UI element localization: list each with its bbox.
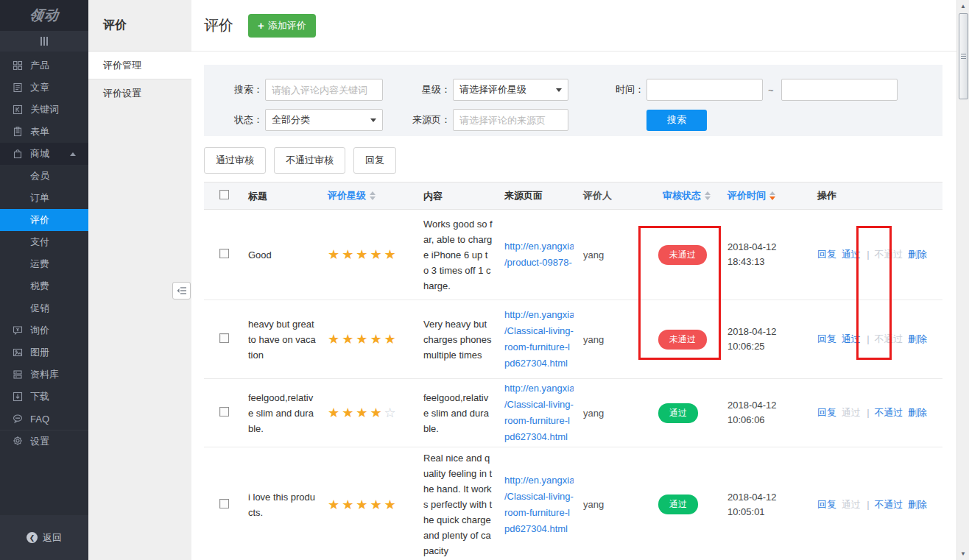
delete-link[interactable]: 删除: [908, 407, 927, 418]
sidebar-item-keywords[interactable]: 关键词: [0, 99, 88, 121]
vertical-scrollbar[interactable]: ▲ ▼: [956, 0, 969, 560]
sidebar-item-inquiry[interactable]: 询价: [0, 319, 88, 341]
fail-link: 不通过: [874, 249, 903, 260]
sort-carets-icon: [769, 191, 775, 200]
sidebar-back-button[interactable]: ❮ 返回: [0, 515, 88, 560]
reply-link[interactable]: 回复: [817, 333, 836, 344]
fail-link[interactable]: 不通过: [874, 499, 903, 510]
search-button[interactable]: 搜索: [646, 110, 707, 131]
review-date: 2018-04-12: [727, 240, 809, 255]
row-checkbox[interactable]: [219, 333, 229, 343]
scrollbar-thumb[interactable]: [959, 13, 968, 99]
sort-carets-icon: [705, 191, 711, 200]
table-body: Good ★★★★★ Works good so far, able to ch…: [204, 210, 942, 560]
sidebar-item-reviews[interactable]: 评价: [0, 209, 88, 231]
time-to-input[interactable]: [781, 79, 898, 101]
reply-selected-button[interactable]: 回复: [353, 147, 396, 174]
select-all-checkbox[interactable]: [219, 190, 229, 199]
grid-icon: [13, 60, 24, 71]
filter-panel: 搜索： 星级： 请选择评价星级 时间： ~ 状态： 全部分类 来源页：: [204, 65, 942, 136]
chevron-down-icon: [556, 88, 562, 92]
review-time: 10:06:06: [727, 413, 809, 428]
sidebar-item-download[interactable]: 下载: [0, 386, 88, 408]
sidebar-item-members[interactable]: 会员: [0, 165, 88, 187]
row-checkbox[interactable]: [219, 249, 229, 258]
sidebar-item-label: 表单: [30, 125, 49, 138]
status-badge: 通过: [658, 403, 698, 423]
source-page-input[interactable]: [453, 109, 568, 131]
scrollbar-up-arrow[interactable]: ▲: [957, 0, 969, 13]
scrollbar-grip-icon: [961, 54, 966, 60]
album-icon: [13, 347, 24, 358]
fail-link[interactable]: 不通过: [874, 407, 903, 418]
star-level-select[interactable]: 请选择评价星级: [453, 79, 568, 101]
delete-link[interactable]: 删除: [908, 249, 927, 260]
sidebar-item-mall[interactable]: 商城: [0, 143, 88, 165]
keyword-icon: [13, 104, 24, 116]
reply-link[interactable]: 回复: [817, 407, 836, 418]
page-title: 评价: [204, 15, 233, 35]
reply-link[interactable]: 回复: [817, 249, 836, 260]
panel-collapse-button[interactable]: [172, 282, 191, 300]
sidebar-nav: 产品 文章 关键词 表单 商城 会员 订单 评价 支付 运费 税费 促销: [0, 52, 88, 452]
column-header-stars-sort[interactable]: 评价星级: [328, 189, 376, 202]
sidebar-item-library[interactable]: 资料库: [0, 364, 88, 386]
review-content: Real nice and quality feeling in the han…: [416, 450, 497, 559]
row-checkbox[interactable]: [219, 499, 229, 508]
review-title: Good: [243, 247, 320, 263]
pass-link[interactable]: 通过: [842, 249, 861, 260]
sidebar-item-products[interactable]: 产品: [0, 54, 88, 77]
status-badge: 未通过: [658, 330, 707, 350]
reply-link[interactable]: 回复: [817, 499, 836, 510]
main-content: 评价 + 添加评价 搜索： 星级： 请选择评价星级 时间： ~ 状: [191, 0, 969, 560]
column-header-title: 标题: [243, 188, 320, 204]
submenu-item-review-management[interactable]: 评价管理: [88, 52, 191, 79]
add-review-button[interactable]: + 添加评价: [248, 14, 316, 38]
star-level-label: 星级：: [383, 83, 451, 96]
logo: 领动: [28, 6, 60, 25]
sidebar-item-tax[interactable]: 税费: [0, 275, 88, 297]
column-header-time-sort[interactable]: 评价时间: [727, 188, 775, 203]
column-header-label: 评价时间: [727, 188, 766, 203]
column-header-status-sort[interactable]: 审核状态: [663, 189, 711, 202]
sidebar-item-settings[interactable]: 设置: [0, 430, 88, 452]
scrollbar-down-arrow[interactable]: ▼: [957, 547, 969, 560]
table-row: i love this products. ★★★★★ Real nice an…: [204, 447, 942, 560]
row-checkbox[interactable]: [219, 407, 229, 417]
sidebar-item-faq[interactable]: FAQ: [0, 408, 88, 430]
star-rating: ★★★★★: [328, 332, 398, 347]
submenu-title: 评价: [88, 0, 191, 52]
delete-link[interactable]: 删除: [908, 333, 927, 344]
source-link[interactable]: http://en.yangxia /Classical-living- roo…: [497, 472, 578, 537]
sidebar-item-orders[interactable]: 订单: [0, 187, 88, 209]
vertical-bars-icon: [40, 37, 48, 46]
search-label: 搜索：: [204, 83, 263, 96]
column-header-actions: 操作: [814, 189, 942, 202]
source-link[interactable]: http://en.yangxia /Classical-living- roo…: [497, 307, 578, 372]
submenu-item-review-settings[interactable]: 评价设置: [88, 79, 191, 107]
inquiry-icon: [13, 325, 24, 336]
sidebar-collapse-toggle[interactable]: [0, 31, 88, 52]
pass-link[interactable]: 通过: [842, 333, 861, 344]
sidebar-item-albums[interactable]: 图册: [0, 341, 88, 364]
status-select[interactable]: 全部分类: [265, 109, 383, 131]
reviewer-name: yang: [578, 499, 648, 510]
sidebar-item-promotion[interactable]: 促销: [0, 297, 88, 319]
time-from-input[interactable]: [646, 79, 763, 101]
sidebar-item-articles[interactable]: 文章: [0, 77, 88, 99]
sidebar-item-shipping[interactable]: 运费: [0, 253, 88, 275]
submenu-panel: 评价 评价管理 评价设置: [88, 0, 191, 560]
reject-selected-button[interactable]: 不通过审核: [274, 147, 345, 174]
review-time: 10:05:01: [727, 505, 809, 520]
source-link[interactable]: http://en.yangxia /Classical-living- roo…: [497, 380, 578, 445]
source-link[interactable]: http://en.yangxia /product-09878-: [497, 238, 578, 271]
review-title: i love this products.: [243, 489, 320, 520]
delete-link[interactable]: 删除: [908, 499, 927, 510]
approve-selected-button[interactable]: 通过审核: [204, 147, 266, 174]
sidebar-item-payment[interactable]: 支付: [0, 231, 88, 253]
search-input[interactable]: [265, 79, 383, 101]
sidebar-item-forms[interactable]: 表单: [0, 121, 88, 143]
column-header-reviewer: 评价人: [578, 189, 648, 202]
sidebar-item-label: 评价: [30, 213, 49, 227]
column-header-content: 内容: [416, 188, 497, 204]
